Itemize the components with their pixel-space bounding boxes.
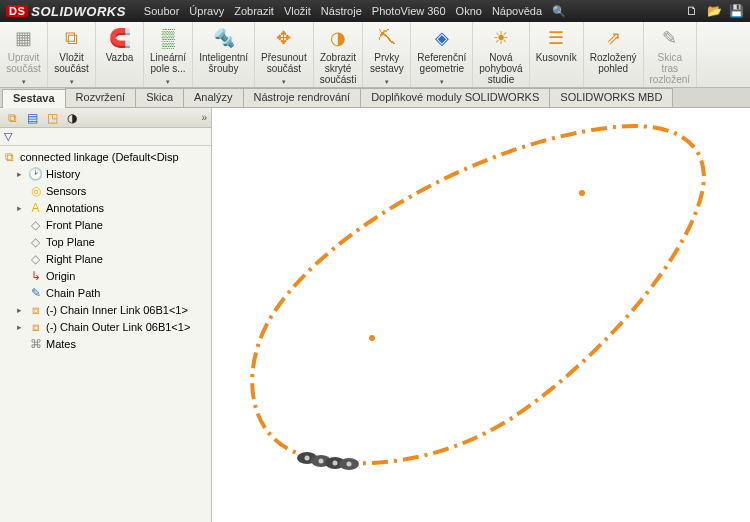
tab-sketch[interactable]: Skica [135, 88, 184, 107]
exploded-view-label: Rozloženýpohled [590, 52, 637, 74]
app-logo: DS SOLIDWORKS [6, 4, 126, 19]
tree-top-label: Top Plane [46, 236, 95, 248]
tab-mbd[interactable]: SOLIDWORKS MBD [549, 88, 673, 107]
ribbon: ▦ Upravitsoučást ▾ ⧉ Vložitsoučást ▾ 🧲 V… [0, 22, 750, 88]
feature-tree-tab-icon[interactable]: ⧉ [4, 110, 20, 126]
mate-icon: 🧲 [108, 26, 132, 50]
tree-root[interactable]: ⧉ connected linkage (Default<Disp [2, 148, 209, 165]
tab-evaluate[interactable]: Analýzy [183, 88, 244, 107]
chevron-down-icon: ▾ [70, 78, 74, 86]
menu-view[interactable]: Zobrazit [234, 5, 274, 18]
panel-tab-bar: ⧉ ▤ ◳ ◑ » [0, 108, 211, 128]
title-bar: DS SOLIDWORKS Soubor Úpravy Zobrazit Vlo… [0, 0, 750, 22]
search-icon[interactable]: 🔍 [552, 5, 566, 18]
assembly-features-button[interactable]: ⛏ Prvkysestavy ▾ [363, 22, 411, 87]
linear-pattern-button[interactable]: ▒ Lineárnípole s... ▾ [144, 22, 193, 87]
bom-button[interactable]: ☰ Kusovník [530, 22, 584, 87]
filter-row[interactable]: ▽ [0, 128, 211, 146]
feature-tree: ⧉ connected linkage (Default<Disp ▸ 🕑 Hi… [0, 146, 211, 354]
tree-origin[interactable]: ↳ Origin [2, 267, 209, 284]
plane-icon: ◇ [28, 251, 43, 266]
config-tab-icon[interactable]: ◳ [44, 110, 60, 126]
show-hidden-icon: ◑ [326, 26, 350, 50]
menu-tools[interactable]: Nástroje [321, 5, 362, 18]
tree-sensors-label: Sensors [46, 185, 86, 197]
menu-insert[interactable]: Vložit [284, 5, 311, 18]
explode-sketch-button[interactable]: ✎ Skicatrasrozložení [644, 22, 698, 87]
part-icon: ⧈ [28, 319, 43, 334]
edit-component-button[interactable]: ▦ Upravitsoučást ▾ [0, 22, 48, 87]
filter-icon: ▽ [4, 130, 12, 143]
folder-icon: 🕑 [28, 166, 43, 181]
save-icon[interactable]: 💾 [728, 3, 744, 19]
tree-inner-link[interactable]: ▸ ⧈ (-) Chain Inner Link 06B1<1> [2, 301, 209, 318]
tree-annotations[interactable]: ▸ A Annotations [2, 199, 209, 216]
chevron-down-icon: ▾ [385, 78, 389, 86]
menu-help[interactable]: Nápověda [492, 5, 542, 18]
menu-window[interactable]: Okno [456, 5, 482, 18]
insert-component-label: Vložitsoučást [54, 52, 88, 74]
exploded-view-button[interactable]: ⇗ Rozloženýpohled [584, 22, 644, 87]
edit-component-icon: ▦ [12, 26, 36, 50]
tree-top-plane[interactable]: ◇ Top Plane [2, 233, 209, 250]
tree-history[interactable]: ▸ 🕑 History [2, 165, 209, 182]
expand-icon[interactable]: ▸ [14, 305, 25, 315]
explode-sketch-icon: ✎ [658, 26, 682, 50]
insert-component-icon: ⧉ [60, 26, 84, 50]
edit-component-label: Upravitsoučást [6, 52, 40, 74]
move-component-label: Přesunoutsoučást [261, 52, 307, 74]
display-tab-icon[interactable]: ◑ [64, 110, 80, 126]
chevron-down-icon: ▾ [440, 78, 444, 86]
svg-point-1 [579, 190, 585, 196]
reference-geometry-icon: ◈ [430, 26, 454, 50]
move-icon: ✥ [272, 26, 296, 50]
menu-photoview[interactable]: PhotoView 360 [372, 5, 446, 18]
bom-label: Kusovník [536, 52, 577, 63]
chevron-right-icon[interactable]: » [201, 112, 207, 123]
tree-sensors[interactable]: ◎ Sensors [2, 182, 209, 199]
assembly-icon: ⧉ [2, 149, 17, 164]
plane-icon: ◇ [28, 234, 43, 249]
mate-button[interactable]: 🧲 Vazba [96, 22, 144, 87]
reference-geometry-button[interactable]: ◈ Referenčnígeometrie ▾ [411, 22, 473, 87]
new-file-icon[interactable]: 🗋 [684, 3, 700, 19]
quick-access-toolbar: 🗋 📂 💾 [684, 3, 744, 19]
bom-icon: ☰ [544, 26, 568, 50]
smart-fasteners-button[interactable]: 🔩 Inteligentníšrouby [193, 22, 255, 87]
menu-file[interactable]: Soubor [144, 5, 179, 18]
svg-point-9 [347, 462, 352, 467]
graphics-viewport[interactable] [212, 108, 750, 522]
tree-history-label: History [46, 168, 80, 180]
explode-sketch-label: Skicatrasrozložení [650, 52, 691, 85]
chevron-down-icon: ▾ [22, 78, 26, 86]
expand-icon[interactable]: ▸ [14, 203, 25, 213]
tree-chain-path[interactable]: ✎ Chain Path [2, 284, 209, 301]
exploded-view-icon: ⇗ [601, 26, 625, 50]
move-component-button[interactable]: ✥ Přesunoutsoučást ▾ [255, 22, 314, 87]
tree-front-plane[interactable]: ◇ Front Plane [2, 216, 209, 233]
tab-render[interactable]: Nástroje rendrování [243, 88, 362, 107]
tree-outer-label: (-) Chain Outer Link 06B1<1> [46, 321, 190, 333]
menu-edit[interactable]: Úpravy [189, 5, 224, 18]
mate-label: Vazba [106, 52, 134, 63]
linear-pattern-label: Lineárnípole s... [150, 52, 186, 74]
reference-geometry-label: Referenčnígeometrie [417, 52, 466, 74]
main-area: ⧉ ▤ ◳ ◑ » ▽ ⧉ connected linkage (Default… [0, 108, 750, 522]
expand-icon[interactable]: ▸ [14, 322, 25, 332]
chevron-down-icon: ▾ [166, 78, 170, 86]
expand-icon[interactable]: ▸ [14, 169, 25, 179]
new-motion-study-button[interactable]: ☀ Novápohybovástudie [473, 22, 529, 87]
svg-point-6 [305, 456, 310, 461]
tab-layout[interactable]: Rozvržení [65, 88, 137, 107]
insert-component-button[interactable]: ⧉ Vložitsoučást ▾ [48, 22, 96, 87]
tree-outer-link[interactable]: ▸ ⧈ (-) Chain Outer Link 06B1<1> [2, 318, 209, 335]
property-tab-icon[interactable]: ▤ [24, 110, 40, 126]
tab-assembly[interactable]: Sestava [2, 89, 66, 108]
smart-fasteners-label: Inteligentníšrouby [199, 52, 248, 74]
tree-right-plane[interactable]: ◇ Right Plane [2, 250, 209, 267]
tree-mates[interactable]: ⌘ Mates [2, 335, 209, 352]
tab-addins[interactable]: Doplňkové moduly SOLIDWORKS [360, 88, 550, 107]
show-hidden-button[interactable]: ◑ Zobrazitskrytésoučásti [314, 22, 364, 87]
plane-icon: ◇ [28, 217, 43, 232]
open-file-icon[interactable]: 📂 [706, 3, 722, 19]
